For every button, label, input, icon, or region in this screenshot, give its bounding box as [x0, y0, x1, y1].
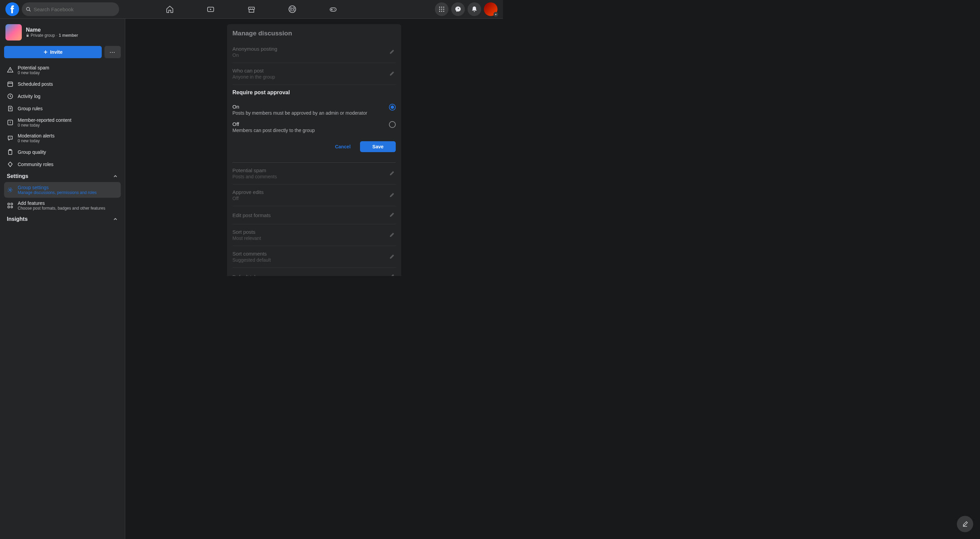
gear-icon: [7, 186, 14, 193]
svg-point-15: [441, 11, 442, 12]
nav-group-quality[interactable]: Group quality: [4, 146, 121, 158]
group-name: Name: [26, 27, 119, 33]
search-icon: [26, 6, 31, 12]
setting-default-tab: Default tab: [232, 268, 396, 276]
svg-rect-26: [8, 206, 10, 208]
nav-home[interactable]: [151, 1, 189, 17]
report-icon: [7, 119, 14, 126]
rules-icon: [7, 105, 14, 112]
nav-group-rules[interactable]: Group rules: [4, 102, 121, 114]
nav-member-reported[interactable]: Member-reported content0 new today: [4, 114, 121, 130]
sidebar: Name Private group · 1 member Invite ···…: [0, 19, 125, 276]
clipboard-icon: [7, 149, 14, 156]
header-right: [435, 2, 498, 16]
svg-rect-18: [8, 82, 13, 86]
svg-point-9: [441, 7, 442, 8]
edit-icon[interactable]: [388, 231, 396, 239]
save-button[interactable]: Save: [360, 141, 396, 152]
group-header[interactable]: Name Private group · 1 member: [4, 23, 121, 42]
svg-rect-24: [8, 203, 10, 205]
main-content: Manage discussion Anonymous postingOn Wh…: [125, 19, 503, 276]
insights-section[interactable]: Insights: [4, 213, 121, 225]
warning-icon: [7, 67, 14, 73]
group-members: 1 member: [59, 33, 78, 38]
diamond-icon: [7, 161, 14, 168]
svg-point-10: [443, 7, 444, 8]
invite-button[interactable]: Invite: [4, 46, 102, 58]
nav-community-roles[interactable]: Community roles: [4, 158, 121, 170]
radio-option-off[interactable]: OffMembers can post directly to the grou…: [232, 118, 396, 136]
setting-sort-posts: Sort postsMost relevant: [232, 224, 396, 246]
radio-button[interactable]: [389, 104, 396, 111]
setting-who-can-post: Who can postAnyone in the group: [232, 63, 396, 85]
edit-icon[interactable]: [388, 211, 396, 219]
svg-line-2: [29, 10, 30, 11]
svg-point-13: [443, 9, 444, 10]
chat-alert-icon: [7, 135, 14, 142]
clock-icon: [7, 93, 14, 100]
edit-icon[interactable]: [388, 191, 396, 199]
chevron-up-icon: [113, 173, 118, 179]
nav-potential-spam[interactable]: Potential spam0 new today: [4, 62, 121, 78]
edit-icon[interactable]: [388, 273, 396, 276]
edit-icon[interactable]: [388, 48, 396, 56]
nav-group-settings[interactable]: Group settingsManage discussions, permis…: [4, 182, 121, 198]
nav-tabs: [151, 1, 352, 17]
edit-icon[interactable]: [388, 169, 396, 178]
nav-activity-log[interactable]: Activity log: [4, 90, 121, 102]
svg-point-14: [439, 11, 440, 12]
svg-point-1: [27, 8, 30, 11]
more-button[interactable]: ···: [105, 46, 121, 58]
svg-point-6: [293, 8, 295, 10]
features-icon: [7, 202, 14, 209]
svg-point-11: [439, 9, 440, 10]
setting-sort-comments: Sort commentsSuggested default: [232, 246, 396, 268]
nav-gaming[interactable]: [314, 1, 352, 17]
radio-button[interactable]: [389, 121, 396, 128]
facebook-logo[interactable]: [5, 2, 19, 16]
svg-rect-17: [27, 35, 29, 37]
setting-require-approval: Require post approval OnPosts by members…: [232, 85, 396, 163]
svg-point-27: [11, 206, 13, 208]
nav-groups[interactable]: [273, 1, 311, 17]
notifications-icon[interactable]: [468, 2, 481, 16]
lock-icon: [26, 34, 29, 37]
nav-moderation-alerts[interactable]: Moderation alerts0 new today: [4, 130, 121, 146]
svg-rect-21: [8, 150, 12, 154]
setting-approve-edits: Approve editsOff: [232, 184, 396, 206]
edit-icon[interactable]: [388, 70, 396, 78]
panel-title: Manage discussion: [232, 30, 396, 37]
setting-edit-post-formats: Edit post formats: [232, 206, 396, 224]
cancel-button[interactable]: Cancel: [328, 141, 357, 152]
nav-scheduled-posts[interactable]: Scheduled posts: [4, 78, 121, 90]
settings-section[interactable]: Settings: [4, 170, 121, 182]
setting-potential-spam: Potential spamPosts and comments: [232, 163, 396, 184]
chevron-up-icon: [113, 216, 118, 222]
search-input[interactable]: [34, 6, 115, 12]
expanded-title: Require post approval: [232, 89, 396, 95]
svg-point-8: [439, 7, 440, 8]
nav-marketplace[interactable]: [232, 1, 270, 17]
group-privacy: Private group: [30, 33, 55, 38]
calendar-icon: [7, 81, 14, 87]
nav-video[interactable]: [192, 1, 230, 17]
messenger-icon[interactable]: [451, 2, 465, 16]
edit-icon[interactable]: [388, 253, 396, 261]
setting-anonymous-posting: Anonymous postingOn: [232, 41, 396, 63]
search-box[interactable]: [22, 2, 119, 16]
radio-option-on[interactable]: OnPosts by members must be approved by a…: [232, 101, 396, 118]
svg-rect-25: [11, 203, 13, 205]
group-image: [5, 24, 22, 40]
svg-point-23: [10, 189, 11, 191]
manage-discussion-panel: Manage discussion Anonymous postingOn Wh…: [227, 24, 401, 276]
nav-add-features[interactable]: Add featuresChoose post formats, badges …: [4, 198, 121, 213]
svg-point-12: [441, 9, 442, 10]
top-header: [0, 0, 503, 19]
svg-point-16: [443, 11, 444, 12]
profile-avatar[interactable]: [484, 2, 498, 16]
svg-point-5: [290, 8, 292, 10]
menu-icon[interactable]: [435, 2, 449, 16]
svg-point-4: [289, 6, 296, 13]
plus-icon: [43, 50, 48, 54]
